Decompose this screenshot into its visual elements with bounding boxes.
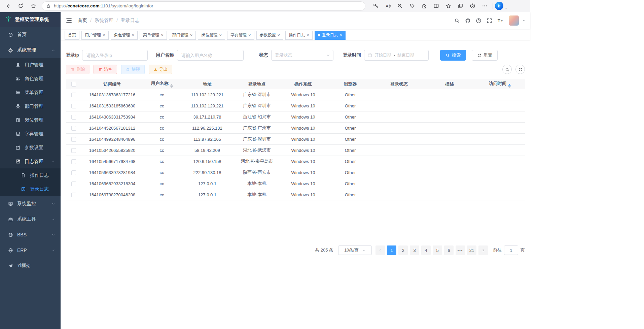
- bing-copilot-icon[interactable]: b: [495, 2, 503, 10]
- sidebar-item-home[interactable]: 首页: [0, 27, 61, 42]
- breadcrumb-system[interactable]: 系统管理: [95, 18, 113, 24]
- sidebar-item-yi-framework[interactable]: Yi框架: [0, 258, 61, 273]
- login-ip-input[interactable]: [82, 50, 148, 61]
- page-button-4[interactable]: 4: [421, 245, 431, 255]
- row-checkbox[interactable]: [71, 159, 76, 164]
- sort-toggle[interactable]: [508, 84, 511, 88]
- page-button-1[interactable]: 1: [387, 245, 396, 255]
- row-checkbox[interactable]: [71, 104, 76, 108]
- sidebar-item-sys-monitor[interactable]: 系统监控: [0, 196, 61, 211]
- unlock-button[interactable]: 解锁: [121, 65, 145, 74]
- username-input[interactable]: [177, 50, 244, 61]
- row-checkbox[interactable]: [71, 115, 76, 120]
- home-icon[interactable]: [28, 1, 38, 11]
- close-icon[interactable]: ×: [248, 33, 251, 37]
- prev-page-button[interactable]: [375, 245, 385, 255]
- zoom-out-icon[interactable]: [394, 1, 406, 11]
- select-all-checkbox[interactable]: [71, 82, 76, 87]
- column-header[interactable]: 访问时间: [475, 79, 525, 89]
- row-checkbox[interactable]: [71, 93, 76, 97]
- search-button[interactable]: 搜索: [440, 50, 466, 61]
- sidebar-item-bbs[interactable]: BBS: [0, 227, 61, 242]
- sidebar-item-menu-mgmt[interactable]: 菜单管理: [0, 86, 61, 99]
- sidebar-item-erp[interactable]: ERP: [0, 242, 61, 258]
- status-select[interactable]: 登录状态: [271, 50, 333, 61]
- sidebar-item-param-settings[interactable]: 参数设置: [0, 141, 61, 155]
- page-button-21[interactable]: 21: [467, 245, 476, 255]
- sidebar-item-user-mgmt[interactable]: 用户管理: [0, 58, 61, 72]
- page-button-6[interactable]: 6: [444, 245, 454, 255]
- tab-post-mgmt[interactable]: 岗位管理×: [198, 31, 225, 40]
- date-range-picker[interactable]: 开始日期 - 结束日期: [364, 50, 429, 61]
- sidebar-item-system-mgmt[interactable]: 系统管理: [0, 42, 61, 58]
- extensions-icon[interactable]: [418, 1, 430, 11]
- app-logo[interactable]: 意框架管理系统: [0, 12, 61, 27]
- github-icon[interactable]: [464, 17, 472, 25]
- search-icon[interactable]: [453, 17, 461, 25]
- close-icon[interactable]: ×: [219, 33, 222, 37]
- goto-page-input[interactable]: [504, 245, 518, 255]
- sort-toggle[interactable]: [170, 84, 173, 88]
- page-button-5[interactable]: 5: [433, 245, 442, 255]
- clear-button[interactable]: 清空: [94, 65, 117, 74]
- profile-icon[interactable]: [466, 1, 478, 11]
- column-header[interactable]: 用户名称: [143, 79, 180, 89]
- more-pages-button[interactable]: •••: [456, 245, 465, 255]
- page-size-select[interactable]: 10条/页: [338, 245, 372, 255]
- tab-dict-mgmt[interactable]: 字典管理×: [227, 31, 254, 40]
- help-icon[interactable]: [474, 17, 482, 25]
- row-checkbox[interactable]: [71, 182, 76, 186]
- sidebar-item-op-log[interactable]: 操作日志: [0, 168, 61, 182]
- chevron-down-icon[interactable]: [504, 2, 508, 10]
- sidebar-item-role-mgmt[interactable]: 角色管理: [0, 72, 61, 86]
- close-icon[interactable]: ×: [340, 33, 343, 37]
- close-icon[interactable]: ×: [190, 33, 193, 37]
- favorites-icon[interactable]: [442, 1, 454, 11]
- sidebar-item-log-mgmt[interactable]: 日志管理: [0, 155, 61, 168]
- sidebar-fold-icon[interactable]: [66, 17, 72, 24]
- tab-login-log[interactable]: 登录日志×: [315, 31, 346, 40]
- export-button[interactable]: 导出: [149, 65, 172, 74]
- tab-user-mgmt[interactable]: 用户管理×: [81, 31, 109, 40]
- font-size-icon[interactable]: TT: [496, 17, 504, 25]
- reset-button[interactable]: 重置: [472, 50, 498, 61]
- close-icon[interactable]: ×: [103, 33, 105, 37]
- next-page-button[interactable]: [478, 245, 488, 255]
- tab-menu-mgmt[interactable]: 菜单管理×: [140, 31, 167, 40]
- tab-dept-mgmt[interactable]: 部门管理×: [169, 31, 196, 40]
- close-icon[interactable]: ×: [161, 33, 164, 37]
- page-button-2[interactable]: 2: [398, 245, 408, 255]
- shopping-icon[interactable]: [406, 1, 418, 11]
- fullscreen-icon[interactable]: [485, 17, 493, 25]
- sidebar-item-post-mgmt[interactable]: 岗位管理: [0, 113, 61, 127]
- key-icon[interactable]: [369, 1, 382, 11]
- collections-icon[interactable]: [454, 1, 466, 11]
- delete-button[interactable]: 删除: [66, 65, 90, 74]
- row-checkbox[interactable]: [71, 137, 76, 142]
- user-avatar[interactable]: [509, 15, 519, 26]
- back-icon[interactable]: [3, 1, 13, 11]
- row-checkbox[interactable]: [71, 170, 76, 175]
- more-icon[interactable]: [478, 1, 491, 11]
- page-button-3[interactable]: 3: [410, 245, 419, 255]
- tab-role-mgmt[interactable]: 角色管理×: [111, 31, 138, 40]
- tab-param-set[interactable]: 参数设置×: [256, 31, 284, 40]
- read-aloud-icon[interactable]: A: [382, 1, 394, 11]
- sidebar-item-dept-mgmt[interactable]: 部门管理: [0, 99, 61, 113]
- sidebar-item-login-log[interactable]: 登录日志: [0, 182, 61, 196]
- toggle-search-icon[interactable]: [502, 65, 512, 74]
- sidebar-item-dict-mgmt[interactable]: 字典管理: [0, 127, 61, 141]
- chevron-down-icon[interactable]: [522, 19, 526, 22]
- sidebar-item-sys-tools[interactable]: 系统工具: [0, 211, 61, 227]
- row-checkbox[interactable]: [71, 193, 76, 197]
- close-icon[interactable]: ×: [278, 33, 280, 37]
- breadcrumb-home[interactable]: 首页: [78, 18, 87, 24]
- tab-op-log[interactable]: 操作日志×: [285, 31, 313, 40]
- split-screen-icon[interactable]: [430, 1, 442, 11]
- refresh-icon[interactable]: [15, 1, 26, 11]
- url-bar[interactable]: https://ccnetcore.com:1101/system/log/lo…: [42, 1, 365, 11]
- close-icon[interactable]: ×: [307, 33, 309, 37]
- row-checkbox[interactable]: [71, 126, 76, 131]
- row-checkbox[interactable]: [71, 148, 76, 153]
- tab-home[interactable]: 首页: [65, 31, 79, 40]
